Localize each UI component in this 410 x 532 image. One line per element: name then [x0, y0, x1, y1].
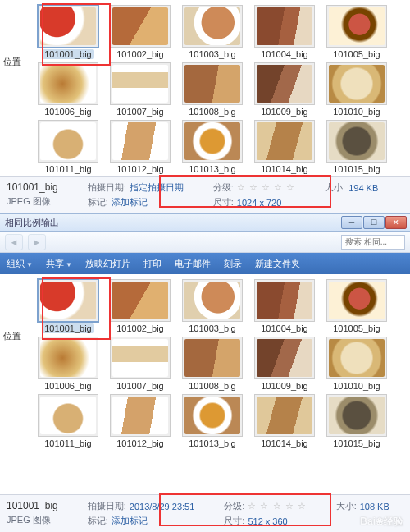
file-label: 101004_big — [261, 323, 308, 333]
details-filetype: JPEG 图像 — [7, 514, 58, 526]
file-label: 101005_big — [333, 49, 380, 59]
minimize-button[interactable]: ─ — [341, 216, 362, 229]
back-button[interactable]: ◄ — [5, 234, 23, 250]
dimensions-value: 512 x 360 — [248, 516, 287, 526]
file-thumbnail — [38, 120, 98, 163]
file-item[interactable]: 101011_big — [36, 394, 100, 448]
file-item[interactable]: 101005_big — [325, 5, 389, 59]
email-button[interactable]: 电子邮件 — [175, 258, 211, 270]
tag-label: 标记: — [88, 515, 108, 527]
organize-button[interactable]: 组织▼ — [7, 258, 33, 270]
details-filename: 101001_big — [7, 181, 58, 193]
file-thumbnail — [254, 5, 315, 48]
file-label: 101011_big — [44, 164, 92, 174]
size-label: 大小: — [336, 500, 357, 512]
slideshow-button[interactable]: 放映幻灯片 — [85, 258, 130, 270]
tag-value[interactable]: 添加标记 — [112, 196, 148, 209]
window-titlebar[interactable]: 相同比例输出 ─ ☐ ✕ — [0, 213, 410, 232]
file-label: 101013_big — [189, 164, 236, 174]
file-thumbnail — [254, 394, 315, 437]
rating-stars[interactable]: ☆ ☆ ☆ ☆ ☆ — [237, 182, 295, 193]
file-item[interactable]: 101015_big — [325, 120, 389, 174]
file-thumbnail — [110, 120, 171, 163]
file-thumbnail — [182, 62, 243, 105]
file-thumbnail — [38, 279, 98, 322]
thumbnail-grid-top: 101001_big101002_big101003_big101004_big… — [0, 0, 410, 176]
file-label: 101002_big — [116, 49, 164, 59]
file-thumbnail — [38, 337, 98, 379]
share-button[interactable]: 共享▼ — [46, 258, 72, 270]
file-item[interactable]: 101012_big — [108, 120, 172, 174]
tag-value[interactable]: 添加标记 — [112, 515, 148, 527]
file-thumbnail — [110, 394, 171, 437]
file-thumbnail — [182, 5, 243, 48]
date-value[interactable]: 2013/8/29 23:51 — [130, 502, 195, 511]
file-item[interactable]: 101004_big — [253, 5, 317, 59]
file-item[interactable]: 101001_big — [36, 279, 100, 333]
file-label: 101008_big — [189, 107, 236, 117]
file-thumbnail — [38, 394, 98, 437]
window-title: 相同比例输出 — [5, 217, 59, 229]
file-item[interactable]: 101009_big — [253, 337, 317, 391]
file-thumbnail — [110, 62, 171, 105]
file-item[interactable]: 101004_big — [253, 279, 317, 333]
file-label: 101009_big — [261, 381, 308, 391]
file-item[interactable]: 101013_big — [180, 394, 244, 448]
file-item[interactable]: 101010_big — [325, 337, 389, 391]
file-thumbnail — [38, 62, 98, 105]
file-item[interactable]: 101013_big — [180, 120, 244, 174]
file-thumbnail — [110, 337, 171, 379]
file-item[interactable]: 101008_big — [180, 62, 244, 117]
dimensions-value: 1024 x 720 — [237, 198, 281, 208]
date-label: 拍摄日期: — [88, 500, 126, 512]
top-explorer-panel: 位置 101001_big101002_big101003_big101004_… — [0, 0, 410, 213]
file-item[interactable]: 101002_big — [108, 5, 172, 59]
forward-button[interactable]: ► — [28, 234, 46, 250]
file-item[interactable]: 101005_big — [325, 279, 389, 333]
close-button[interactable]: ✕ — [385, 216, 407, 229]
nav-bar: ◄ ► — [0, 232, 410, 253]
file-label: 101009_big — [261, 107, 308, 117]
file-item[interactable]: 101010_big — [325, 62, 389, 117]
dimensions-label: 尺寸: — [224, 515, 244, 527]
file-item[interactable]: 101001_big — [36, 5, 100, 59]
file-label: 101010_big — [333, 381, 380, 391]
file-item[interactable]: 101015_big — [325, 394, 389, 448]
bottom-explorer-window: 相同比例输出 ─ ☐ ✕ ◄ ► 组织▼ 共享▼ 放映幻灯片 打印 电子邮件 刻… — [0, 213, 410, 532]
date-value[interactable]: 指定拍摄日期 — [130, 181, 184, 194]
dimensions-label: 尺寸: — [213, 196, 234, 209]
file-label: 101013_big — [189, 438, 236, 448]
file-item[interactable]: 101009_big — [253, 62, 317, 117]
new-folder-button[interactable]: 新建文件夹 — [255, 258, 300, 270]
file-item[interactable]: 101006_big — [36, 62, 100, 117]
rating-stars[interactable]: ☆ ☆ ☆ ☆ ☆ — [248, 501, 306, 511]
file-item[interactable]: 101014_big — [253, 394, 317, 448]
file-item[interactable]: 101002_big — [108, 279, 172, 333]
file-item[interactable]: 101007_big — [108, 337, 172, 391]
burn-button[interactable]: 刻录 — [224, 258, 242, 270]
file-item[interactable]: 101014_big — [253, 120, 317, 174]
maximize-button[interactable]: ☐ — [363, 216, 385, 229]
file-label: 101012_big — [116, 164, 164, 174]
file-item[interactable]: 101008_big — [180, 337, 244, 391]
search-input[interactable] — [341, 235, 405, 250]
size-label: 大小: — [325, 181, 345, 194]
command-toolbar: 组织▼ 共享▼ 放映幻灯片 打印 电子邮件 刻录 新建文件夹 — [0, 253, 410, 274]
file-item[interactable]: 101003_big — [180, 5, 244, 59]
file-item[interactable]: 101006_big — [36, 337, 100, 391]
date-label: 拍摄日期: — [88, 181, 126, 194]
file-label: 101012_big — [116, 438, 164, 448]
file-thumbnail — [326, 337, 387, 379]
file-label: 101001_big — [42, 323, 94, 333]
file-thumbnail — [38, 5, 98, 48]
file-item[interactable]: 101003_big — [180, 279, 244, 333]
file-thumbnail — [254, 279, 315, 322]
print-button[interactable]: 打印 — [144, 258, 162, 270]
file-item[interactable]: 101011_big — [36, 120, 100, 174]
file-label: 101007_big — [116, 381, 164, 391]
details-pane-bottom: 101001_big JPEG 图像 拍摄日期:2013/8/29 23:51 … — [0, 494, 410, 532]
file-label: 101011_big — [44, 438, 92, 448]
file-item[interactable]: 101012_big — [108, 394, 172, 448]
file-item[interactable]: 101007_big — [108, 62, 172, 117]
file-label: 101006_big — [44, 381, 92, 391]
